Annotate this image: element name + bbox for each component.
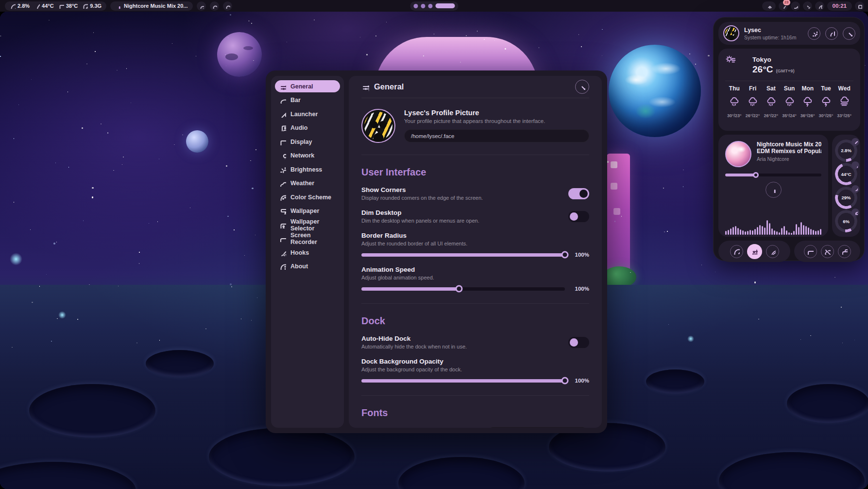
powersave-profile-button[interactable] [766,245,779,258]
show-corners-toggle[interactable] [568,188,589,199]
visualizer-bar [740,229,741,235]
avatar[interactable] [361,109,395,143]
sidebar-item-color-scheme[interactable]: Color Scheme [275,191,340,203]
cpu-gauge: 2.8% [835,140,857,162]
slider-fill [361,253,565,257]
workspace-active[interactable] [435,3,455,8]
visualizer-bar [725,231,727,235]
overview-button[interactable] [855,1,864,11]
notifications-button[interactable]: 23 [779,1,788,11]
screen-corner [861,12,868,18]
visualizer-bar [810,229,812,235]
forecast-day: Tue30°/25° [817,85,835,118]
workspace-dot[interactable] [428,4,432,8]
balanced-profile-button[interactable] [747,244,762,259]
bot-button[interactable] [197,1,206,11]
scales-icon [751,248,758,255]
sidebar-item-brightness[interactable]: Brightness [275,163,340,175]
animation-speed-slider[interactable] [361,287,565,291]
dock-opacity-slider[interactable] [361,379,565,383]
close-button[interactable] [575,80,589,94]
favorite-button[interactable] [210,1,219,11]
sidebar-item-weather[interactable]: Weather [275,177,340,190]
leaf-icon [769,248,776,255]
close-icon [846,30,852,36]
sidebar-item-screen-recorder[interactable]: Screen Recorder [275,233,340,245]
auto-hide-dock-toggle[interactable] [568,337,589,348]
sidebar-label: General [290,83,313,90]
pause-button[interactable] [766,182,782,198]
screen-record-button[interactable] [804,245,817,258]
settings-sidebar: General Bar Launcher Audio Display Netwo… [271,76,344,428]
network-value: 9.3G [90,3,102,9]
visualizer-bar [813,230,814,235]
eye-off-icon [824,248,831,255]
screen-corner [861,482,868,489]
utilities-group [794,241,860,262]
forecast-day-label: Wed [835,85,853,92]
night-mode-button[interactable] [815,1,824,11]
workspace-dot[interactable] [413,4,418,8]
privacy-button[interactable] [821,245,834,258]
sun-icon [279,166,286,173]
default-font-dropdown[interactable]: Roboto ▼ [486,427,589,428]
sidebar-item-wallpaper[interactable]: Wallpaper [275,205,340,217]
media-title: Nightcore Music Mix 20... [124,3,187,9]
visualizer-bar [747,231,749,235]
forecast-day-label: Thu [725,85,744,92]
sidebar-item-hooks[interactable]: Hooks [275,246,340,259]
sidebar-item-display[interactable]: Display [275,136,340,148]
chip-icon [851,185,859,193]
profile-path-input[interactable] [404,129,589,142]
visualizer-bar [754,229,756,235]
grid-icon [857,3,862,9]
image-icon [279,222,286,228]
volume-button[interactable] [791,1,800,11]
sidebar-label: Screen Recorder [290,232,336,245]
workspace-indicator[interactable] [410,1,458,11]
setting-title: Dim Desktop [361,209,479,216]
border-radius-slider[interactable] [361,253,565,257]
forecast-day-label: Sun [780,85,799,92]
system-stats-pill[interactable]: 2.8% 44°C 38°C 9.3G [5,1,106,11]
sidebar-item-audio[interactable]: Audio [275,122,340,134]
setting-desc: Dim the desktop when panels or menus are… [361,218,479,224]
slider-knob[interactable] [456,285,463,293]
sliders-icon [279,83,286,90]
toggle-knob [570,338,578,347]
sidebar-label: Bar [290,97,301,104]
sidebar-item-network[interactable]: Network [275,150,340,162]
sidebar-item-bar[interactable]: Bar [275,94,340,106]
track-progress-slider[interactable] [725,174,821,176]
slider-knob[interactable] [562,377,569,384]
sidebar-item-general[interactable]: General [275,80,340,92]
setting-row-border-radius: Border Radius Adjust the rounded border … [361,232,589,258]
dim-desktop-toggle[interactable] [568,211,589,222]
sidebar-item-wallpaper-selector[interactable]: Wallpaper Selector [275,219,340,231]
power-button[interactable] [825,27,838,40]
screenshot-button[interactable] [838,245,851,258]
slider-knob[interactable] [562,251,569,259]
media-player-pill[interactable]: Nightcore Music Mix 20... [110,1,192,11]
sidebar-label: Color Scheme [290,194,331,201]
user-card: Lysec System uptime: 1h16m [718,22,860,45]
performance-profile-button[interactable] [730,245,743,258]
net-traffic-button[interactable] [762,1,776,11]
workspace-dot[interactable] [421,4,425,8]
visualizer-bar [749,230,751,235]
forecast-day: Sat26°/22° [762,85,780,118]
favorite-button-2[interactable] [223,1,232,11]
slider-knob[interactable] [753,172,759,178]
visualizer-bar [735,226,736,235]
visualizer-bar [766,220,768,235]
sidebar-item-about[interactable]: About [275,261,340,273]
avatar[interactable] [723,25,739,41]
settings-button[interactable] [808,27,820,40]
sidebar-item-launcher[interactable]: Launcher [275,108,340,120]
sidebar-label: Brightness [290,166,322,173]
close-panel-button[interactable] [843,27,855,40]
weather-city: Tokyo [752,56,795,63]
clock[interactable]: 00:21 [827,1,852,11]
brightness-button[interactable] [803,1,812,11]
sidebar-label: Audio [290,124,307,131]
